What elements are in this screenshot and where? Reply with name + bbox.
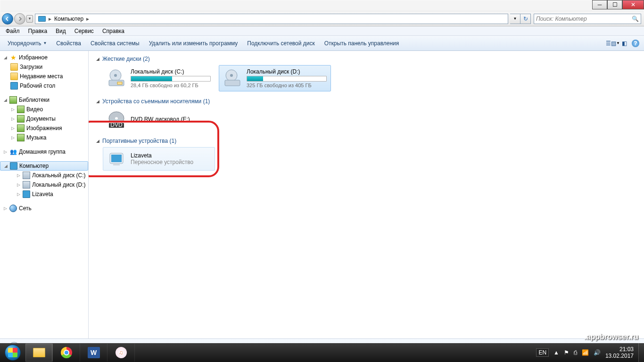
tree-favorites[interactable]: ◢★Избранное <box>0 53 88 62</box>
tray-volume-icon[interactable]: 🔊 <box>594 349 601 356</box>
tray-action-center-icon[interactable]: ⚑ <box>564 349 569 356</box>
menu-service[interactable]: Сервис <box>71 27 98 35</box>
group-removable[interactable]: ◢Устройства со съемными носителями (1) <box>93 96 639 107</box>
minimize-button[interactable]: ─ <box>592 0 607 9</box>
search-input[interactable] <box>536 16 632 22</box>
tree-pictures[interactable]: ▷Изображения <box>0 123 88 133</box>
taskbar: W ♫ EN ▲ ⚑ ⎙ 📶 🔊 21:03 13.02.2017 <box>0 343 644 362</box>
command-toolbar: Упорядочить ▼ Свойства Свойства системы … <box>0 36 644 51</box>
map-drive-button[interactable]: Подключить сетевой диск <box>242 38 319 49</box>
clock-time: 21:03 <box>605 346 634 353</box>
portable-device-icon <box>107 149 126 168</box>
taskbar-explorer[interactable] <box>25 344 53 362</box>
tree-libraries[interactable]: ◢Библиотеки <box>0 95 88 105</box>
tree-videos[interactable]: ▷Видео <box>0 105 88 114</box>
dvd-icon: DVD <box>107 110 126 129</box>
tree-network[interactable]: ▷Сеть <box>0 204 88 213</box>
breadcrumb-computer[interactable]: Компьютер <box>52 14 85 24</box>
search-icon: 🔍 <box>632 16 639 22</box>
address-dropdown[interactable]: ▼ <box>510 14 520 24</box>
tree-label: Документы <box>26 115 56 122</box>
menu-view[interactable]: Вид <box>52 27 70 35</box>
tree-recent[interactable]: Недавние места <box>0 72 88 81</box>
search-box[interactable]: 🔍 <box>534 14 641 24</box>
menu-help[interactable]: Справка <box>99 27 128 35</box>
forward-button[interactable] <box>14 13 25 25</box>
uninstall-program-button[interactable]: Удалить или изменить программу <box>144 38 243 49</box>
tray-flag-icon[interactable]: ▲ <box>553 349 559 356</box>
watermark-text: .appbrowser.ru <box>584 333 638 341</box>
network-icon <box>9 205 17 212</box>
portable-device-tile[interactable]: Lizaveta Переносное устройство <box>103 147 215 171</box>
start-button[interactable] <box>0 343 25 362</box>
tree-label: Недавние места <box>20 73 63 80</box>
libraries-icon <box>9 96 17 104</box>
properties-button[interactable]: Свойства <box>51 38 86 49</box>
tree-homegroup[interactable]: ▷👥Домашняя группа <box>0 147 88 156</box>
help-button[interactable]: ? <box>630 38 641 49</box>
address-bar[interactable]: ▸ Компьютер ▸ <box>35 14 508 24</box>
history-dropdown[interactable]: ▼ <box>26 15 33 23</box>
library-icon <box>17 115 25 123</box>
device-icon <box>23 190 30 198</box>
homegroup-icon: 👥 <box>9 148 17 156</box>
group-label: Портативные устройства (1) <box>102 138 176 144</box>
tree-lizaveta[interactable]: ▷Lizaveta <box>0 189 88 199</box>
taskbar-word[interactable]: W <box>80 344 107 362</box>
drive-name: Локальный диск (C:) <box>131 68 211 75</box>
computer-icon <box>10 162 17 170</box>
close-button[interactable]: ✕ <box>622 0 644 9</box>
tree-label: Библиотеки <box>19 97 50 103</box>
group-hard-disks[interactable]: ◢Жесткие диски (2) <box>93 54 639 65</box>
drive-c-tile[interactable]: Локальный диск (C:) 28,4 ГБ свободно из … <box>103 65 215 91</box>
tree-computer[interactable]: ◢Компьютер <box>0 161 88 171</box>
drive-d-tile[interactable]: Локальный диск (D:) 325 ГБ свободно из 4… <box>219 65 331 91</box>
tree-label: Избранное <box>19 54 48 61</box>
group-portable[interactable]: ◢Портативные устройства (1) <box>93 136 639 147</box>
menu-file[interactable]: Файл <box>2 27 24 35</box>
library-icon <box>17 124 25 132</box>
tree-label: Компьютер <box>19 163 49 169</box>
menu-bar: Файл Правка Вид Сервис Справка <box>0 26 644 36</box>
folder-icon <box>10 73 18 80</box>
preview-pane-button[interactable]: ◧ <box>619 38 630 49</box>
windows-orb-icon <box>5 345 21 361</box>
tree-drive-d[interactable]: ▷Локальный диск (D:) <box>0 180 88 189</box>
refresh-button[interactable]: ↻ <box>520 14 531 24</box>
taskbar-itunes[interactable]: ♫ <box>107 344 135 362</box>
tree-label: Домашняя группа <box>19 148 66 155</box>
view-options-button[interactable]: ☰▤▼ <box>607 38 619 49</box>
svg-point-8 <box>115 117 118 119</box>
clock[interactable]: 21:03 13.02.2017 <box>605 346 634 360</box>
explorer-icon <box>33 348 45 357</box>
tree-label: Изображения <box>26 125 62 132</box>
tree-music[interactable]: ▷Музыка <box>0 133 88 142</box>
organize-button[interactable]: Упорядочить ▼ <box>3 38 51 49</box>
drive-icon <box>23 172 30 179</box>
tree-label: Сеть <box>19 205 32 212</box>
dvd-drive-tile[interactable]: DVD DVD RW дисковод (E:) <box>103 107 215 131</box>
control-panel-button[interactable]: Открыть панель управления <box>320 38 404 49</box>
menu-edit[interactable]: Правка <box>25 27 51 35</box>
tree-documents[interactable]: ▷Документы <box>0 114 88 123</box>
show-desktop-button[interactable] <box>638 343 644 362</box>
svg-point-1 <box>114 74 117 77</box>
tree-drive-c[interactable]: ▷Локальный диск (C:) <box>0 171 88 180</box>
tree-label: Локальный диск (C:) <box>32 172 86 179</box>
view-icon: ☰▤ <box>606 40 616 47</box>
refresh-icon: ↻ <box>523 16 528 22</box>
system-properties-button[interactable]: Свойства системы <box>86 38 144 49</box>
computer-icon <box>38 16 46 22</box>
hard-drive-icon <box>107 69 126 88</box>
tray-icon[interactable]: ⎙ <box>574 349 577 356</box>
taskbar-chrome[interactable] <box>53 344 80 362</box>
tree-downloads[interactable]: Загрузки <box>0 62 88 72</box>
back-button[interactable] <box>2 13 13 25</box>
device-name: DVD RW дисковод (E:) <box>131 116 190 123</box>
tray-network-icon[interactable]: 📶 <box>582 349 589 356</box>
system-tray: EN ▲ ⚑ ⎙ 📶 🔊 21:03 13.02.2017 <box>531 346 638 360</box>
language-indicator[interactable]: EN <box>536 348 549 357</box>
content-pane: ◢Жесткие диски (2) Локальный диск (C:) 2… <box>89 51 644 338</box>
tree-desktop[interactable]: Рабочий стол <box>0 81 88 90</box>
maximize-button[interactable]: ☐ <box>607 0 622 9</box>
